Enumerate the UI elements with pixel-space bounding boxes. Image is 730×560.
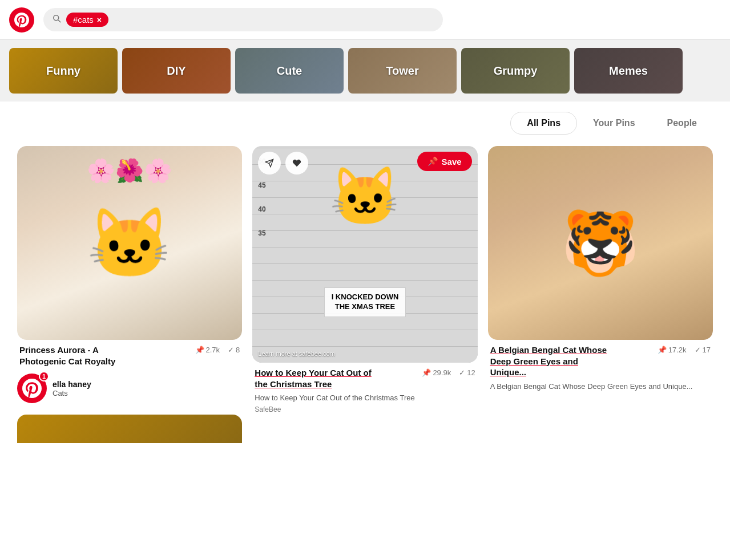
category-label-diy: DIY: [122, 48, 231, 94]
category-label-funny: Funny: [9, 48, 118, 94]
pin-stats-2: 📌 29.9k ✓ 12: [422, 368, 475, 377]
category-bar: Funny DIY Cute Tower Grumpy Memes: [0, 40, 730, 102]
pin-image-wrap-2[interactable]: 50 45 40 35 🐱 I KNOCKED DOWNTHE XMAS TRE…: [252, 146, 477, 363]
pin-image-3: 🐯: [488, 146, 713, 340]
search-bar[interactable]: #cats ×: [43, 8, 443, 31]
search-tag[interactable]: #cats ×: [66, 13, 108, 27]
filter-tabs: All Pins Your Pins People: [0, 102, 730, 140]
category-card-funny[interactable]: Funny: [9, 48, 118, 94]
pin-card-3: 🐯 A Belgian Bengal Cat Whose Deep Green …: [488, 146, 713, 392]
category-card-memes[interactable]: Memes: [574, 48, 683, 94]
heart-button-2[interactable]: [285, 152, 308, 175]
avatar-badge-1: 1: [39, 371, 49, 382]
pin-column-1: 🐱 🌸🌺🌸 Princess Aurora - A Photogenic Cat…: [17, 146, 242, 443]
pin-save-count-2: 📌 29.9k: [422, 368, 451, 377]
category-label-tower: Tower: [348, 48, 457, 94]
pin-meta-2: How to Keep Your Cat Out of the Christma…: [252, 363, 477, 413]
pin-stats-3: 📌 17.2k ✓ 17: [658, 346, 711, 354]
pin-grid: 🐱 🌸🌺🌸 Princess Aurora - A Photogenic Cat…: [0, 140, 730, 449]
user-row-1: 1 ella haney Cats: [17, 374, 242, 403]
pin-source-2: SafeBee: [255, 405, 475, 413]
category-card-tower[interactable]: Tower: [348, 48, 457, 94]
category-label-cute: Cute: [235, 48, 344, 94]
pin-stats-1: 📌 2.7k ✓ 8: [195, 346, 240, 354]
category-label-memes: Memes: [574, 48, 683, 94]
send-button-2[interactable]: [258, 152, 281, 175]
app-header: #cats ×: [0, 0, 730, 40]
pin-save-count-1: 📌 2.7k: [195, 346, 220, 354]
mugshot-sign: I KNOCKED DOWNTHE XMAS TREE: [324, 287, 406, 317]
category-card-cute[interactable]: Cute: [235, 48, 344, 94]
user-info-1: ella haney Cats: [53, 380, 91, 397]
save-button-2[interactable]: 📌 Save: [417, 152, 472, 171]
tab-all-pins[interactable]: All Pins: [510, 112, 577, 135]
pin-image-wrap-1[interactable]: 🐱 🌸🌺🌸: [17, 146, 242, 340]
checkmark-icon-2: ✓: [459, 368, 465, 377]
pin-icon-3: 📌: [658, 346, 667, 354]
pin-image-2: 50 45 40 35 🐱 I KNOCKED DOWNTHE XMAS TRE…: [252, 146, 477, 363]
pin-column-3: 🐯 A Belgian Bengal Cat Whose Deep Green …: [488, 146, 713, 403]
tab-people[interactable]: People: [651, 112, 713, 134]
pin-column-2: 50 45 40 35 🐱 I KNOCKED DOWNTHE XMAS TRE…: [252, 146, 477, 425]
pin-card-2: 50 45 40 35 🐱 I KNOCKED DOWNTHE XMAS TRE…: [252, 146, 477, 413]
user-name-1: ella haney: [53, 380, 91, 389]
pin-like-count-1: ✓ 8: [228, 346, 240, 354]
watermark-2: Learn more at safebee.com: [258, 350, 335, 357]
pin-meta-3: A Belgian Bengal Cat Whose Deep Green Ey…: [488, 340, 713, 392]
pin-card-1: 🐱 🌸🌺🌸 Princess Aurora - A Photogenic Cat…: [17, 146, 242, 403]
pin-image-wrap-3[interactable]: 🐯: [488, 146, 713, 340]
user-avatar-1: 1: [17, 374, 47, 403]
pin-icon-1: 📌: [195, 346, 204, 354]
checkmark-icon-3: ✓: [695, 346, 701, 354]
pin-overlay-buttons-2: [258, 152, 308, 175]
mugshot-cat: 🐱: [329, 163, 401, 230]
user-board-1: Cats: [53, 389, 91, 397]
partial-card-bottom: [17, 415, 242, 443]
pin-description-3: A Belgian Bengal Cat Whose Deep Green Ey…: [490, 382, 711, 392]
pin-save-count-3: 📌 17.2k: [658, 346, 687, 354]
pin-like-count-3: ✓ 17: [695, 346, 711, 354]
pin-icon-2: 📌: [422, 368, 431, 377]
pin-title-2: How to Keep Your Cat Out of the Christma…: [255, 367, 380, 389]
search-icon: [51, 13, 62, 26]
pin-title-1: Princess Aurora - A Photogenic Cat Royal…: [19, 344, 134, 367]
tag-remove-button[interactable]: ×: [97, 15, 102, 25]
pin-icon-save: 📌: [427, 156, 438, 167]
category-card-diy[interactable]: DIY: [122, 48, 231, 94]
tab-your-pins[interactable]: Your Pins: [577, 112, 651, 134]
pin-description-2: How to Keep Your Cat Out of the Christma…: [255, 393, 475, 403]
tag-text: #cats: [73, 15, 94, 25]
category-card-grumpy[interactable]: Grumpy: [461, 48, 570, 94]
pinterest-logo[interactable]: [9, 7, 34, 33]
checkmark-icon-1: ✓: [228, 346, 234, 354]
category-label-grumpy: Grumpy: [461, 48, 570, 94]
pin-meta-1: Princess Aurora - A Photogenic Cat Royal…: [17, 340, 242, 368]
pin-title-3: A Belgian Bengal Cat Whose Deep Green Ey…: [490, 344, 616, 378]
pin-like-count-2: ✓ 12: [459, 368, 475, 377]
